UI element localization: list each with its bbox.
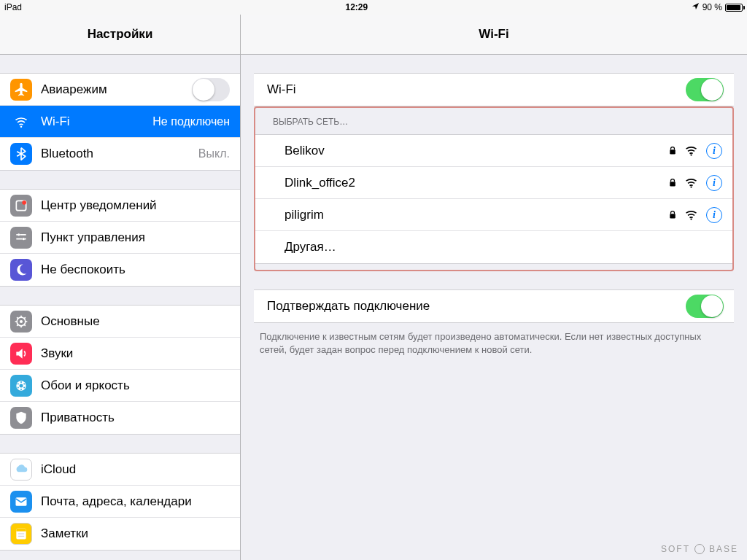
svg-point-4 — [23, 238, 25, 240]
ask-join-toggle[interactable] — [686, 295, 724, 318]
privacy-icon — [10, 407, 32, 429]
network-name: piligrim — [285, 208, 669, 222]
svg-point-19 — [690, 154, 692, 155]
sidebar-item-notif[interactable]: Центр уведомлений — [0, 190, 240, 222]
status-device: iPad — [4, 2, 22, 12]
ask-join-hint: Подключение к известным сетям будет прои… — [241, 323, 747, 356]
sidebar-item-label: Центр уведомлений — [41, 198, 230, 213]
general-icon — [10, 311, 32, 332]
svg-point-13 — [18, 386, 19, 388]
ask-join-label: Подтверждать подключение — [267, 299, 686, 314]
sidebar-item-general[interactable]: Основные — [0, 306, 240, 338]
network-name: Belikov — [285, 144, 669, 158]
sidebar-item-notes[interactable]: Заметки — [0, 518, 240, 550]
svg-point-0 — [20, 125, 23, 128]
sidebar-item-label: Основные — [41, 314, 230, 329]
wifi-signal-icon — [685, 146, 697, 156]
sidebar-item-label: Почта, адреса, календари — [41, 494, 230, 509]
svg-rect-17 — [16, 529, 26, 532]
wifi-signal-icon — [685, 210, 697, 220]
wifi-icon — [10, 111, 32, 133]
sidebar-item-wallpaper[interactable]: Обои и яркость — [0, 370, 240, 402]
network-other-row[interactable]: Другая… — [255, 231, 732, 263]
sidebar-item-dnd[interactable]: Не беспокоить — [0, 254, 240, 286]
network-info-button[interactable]: i — [706, 143, 722, 159]
control-icon — [10, 227, 32, 249]
airplane-icon — [10, 79, 32, 101]
svg-rect-18 — [670, 149, 676, 154]
lock-icon — [669, 178, 676, 187]
lock-icon — [669, 146, 676, 155]
sidebar-item-wifi[interactable]: Wi-FiНе подключен — [0, 106, 240, 138]
notif-icon — [10, 195, 32, 217]
detail-pane: Wi-Fi Wi-Fi ВЫБРАТЬ СЕТЬ… BelikoviDlink_… — [241, 15, 747, 560]
network-info-button[interactable]: i — [706, 207, 722, 223]
svg-point-11 — [23, 386, 25, 388]
network-row[interactable]: Belikovi — [255, 135, 732, 167]
sidebar-item-control[interactable]: Пункт управления — [0, 222, 240, 254]
sidebar-item-sounds[interactable]: Звуки — [0, 338, 240, 370]
wifi-toggle-row[interactable]: Wi-Fi — [254, 74, 734, 106]
svg-point-12 — [20, 389, 22, 390]
sidebar-item-label: Обои и яркость — [41, 378, 230, 393]
network-name: Dlink_office2 — [285, 176, 669, 190]
gear-icon — [694, 544, 705, 554]
svg-point-9 — [20, 381, 22, 383]
ask-join-card: Подтверждать подключение — [254, 289, 734, 323]
ask-join-row[interactable]: Подтверждать подключение — [254, 290, 734, 322]
location-icon — [692, 2, 700, 12]
svg-point-10 — [23, 383, 25, 384]
sidebar-item-icloud[interactable]: iCloud — [0, 454, 240, 486]
sidebar-item-airplane[interactable]: Авиарежим — [0, 74, 240, 106]
sounds-icon — [10, 343, 32, 365]
wifi-toggle-card: Wi-Fi — [254, 73, 734, 106]
sidebar-title: Настройки — [0, 15, 240, 55]
mail-icon — [10, 491, 32, 513]
notes-icon — [10, 523, 32, 545]
sidebar-item-detail: Не подключен — [152, 115, 230, 128]
svg-point-3 — [18, 233, 20, 236]
dnd-icon — [10, 259, 32, 281]
sidebar-item-label: Приватность — [41, 411, 230, 425]
sidebar-item-mail[interactable]: Почта, адреса, календари — [0, 486, 240, 518]
sidebar-item-label: Заметки — [41, 526, 230, 541]
svg-rect-22 — [670, 214, 676, 218]
networks-list: BelikoviDlink_office2ipiligrimiДругая… — [255, 134, 732, 264]
sidebar-item-label: Звуки — [41, 346, 230, 361]
status-battery-pct: 90 % — [703, 2, 722, 12]
detail-title: Wi-Fi — [241, 15, 747, 55]
wifi-signal-icon — [685, 178, 697, 188]
sidebar-item-detail: Выкл. — [198, 147, 230, 160]
bluetooth-icon — [10, 143, 32, 165]
sidebar-item-privacy[interactable]: Приватность — [0, 402, 240, 434]
svg-point-6 — [20, 319, 23, 322]
sidebar-pane: Настройки АвиарежимWi-FiНе подключенBlue… — [0, 15, 241, 560]
sidebar-item-bluetooth[interactable]: BluetoothВыкл. — [0, 138, 240, 170]
watermark: SOFT BASE — [661, 544, 738, 554]
status-time: 12:29 — [22, 2, 692, 12]
sidebar-item-label: Не беспокоить — [41, 262, 230, 277]
network-other-label: Другая… — [285, 240, 722, 254]
network-row[interactable]: piligrimi — [255, 199, 732, 231]
airplane-toggle[interactable] — [192, 78, 230, 101]
svg-point-23 — [690, 218, 692, 219]
status-bar: iPad 12:29 90 % — [0, 0, 747, 15]
wallpaper-icon — [10, 375, 32, 397]
wifi-toggle[interactable] — [686, 78, 724, 101]
icloud-icon — [10, 459, 32, 481]
sidebar-scroll[interactable]: АвиарежимWi-FiНе подключенBluetoothВыкл.… — [0, 55, 240, 560]
svg-rect-20 — [670, 182, 676, 186]
wifi-toggle-label: Wi-Fi — [267, 82, 686, 97]
svg-point-14 — [18, 383, 19, 384]
sidebar-item-label: iCloud — [41, 462, 230, 477]
svg-point-21 — [690, 186, 692, 187]
sidebar-item-label: Bluetooth — [41, 147, 193, 161]
lock-icon — [669, 210, 676, 219]
svg-point-2 — [22, 200, 26, 204]
sidebar-item-label: Авиарежим — [41, 82, 192, 97]
sidebar-item-label: Пункт управления — [41, 230, 230, 245]
choose-network-header: ВЫБРАТЬ СЕТЬ… — [255, 117, 732, 131]
network-row[interactable]: Dlink_office2i — [255, 167, 732, 199]
network-info-button[interactable]: i — [706, 175, 722, 191]
svg-point-8 — [20, 384, 23, 387]
